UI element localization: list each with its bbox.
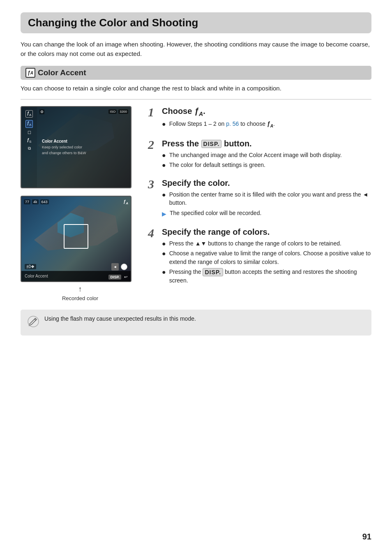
- step-1-title-suffix: .: [203, 106, 205, 116]
- bullet-arrow-3-2: ▶: [162, 210, 166, 218]
- recorded-color-label: Recorded color: [21, 295, 140, 301]
- cam2-stat-77: 77: [24, 199, 30, 204]
- step-3-number: 3: [148, 178, 158, 190]
- step-2-number: 2: [148, 139, 158, 151]
- cam2-top-bar: 77 4k 643 ƒA: [24, 199, 128, 205]
- bullet-dot-1-1: ●: [162, 120, 166, 128]
- step-4-title: Specify the range of colors.: [162, 227, 371, 237]
- cam2-disp-btn: DISP. ↩: [108, 273, 127, 280]
- step-3-bullet-2: ▶ The specified color will be recorded.: [162, 209, 371, 218]
- intro-text: You can change the look of an image when…: [21, 40, 371, 58]
- section-title: Color Accent: [38, 68, 86, 77]
- note-box: Using the flash may cause unexpected res…: [21, 310, 371, 336]
- cam-menu-desc1: Keep only selected color: [42, 145, 126, 149]
- cam2-top-right-icon: ƒA: [123, 199, 128, 205]
- step-1-link[interactable]: p. 56: [226, 120, 239, 127]
- cam-icon-copy: ⧉: [28, 146, 31, 151]
- step-1-inline-icon: ƒA: [267, 120, 273, 127]
- camera-screen-1: ƒA ƒA ☐ ƒS ⧉ Color Accent Keep only sele…: [21, 106, 131, 188]
- step-4-bullet-1-text: Press the ▲▼ buttons to change the range…: [169, 239, 341, 248]
- cam2-stat-4k: 4k: [32, 199, 39, 204]
- section-header-icon: ƒA: [25, 68, 35, 78]
- step-3-bullet-2-text: The specified color will be recorded.: [170, 209, 261, 217]
- step-4-disp-btn: DISP.: [203, 268, 223, 276]
- step-4-number: 4: [148, 227, 158, 239]
- step-1-title-icon: ƒA: [194, 106, 203, 116]
- step-2: 2 Press the DISP. button. ● The unchange…: [148, 139, 371, 171]
- cam2-offset: ±0❖: [25, 264, 36, 269]
- cam-right-menu: Color Accent Keep only selected color an…: [37, 107, 131, 187]
- recorded-color-arrow: ↑: [21, 285, 140, 293]
- step-3-content: Specify the color. ● Position the center…: [162, 178, 371, 220]
- page-title-box: Changing the Color and Shooting: [21, 12, 371, 33]
- svg-point-0: [28, 316, 39, 327]
- step-2-bullet-2-text: The color for default settings is green.: [169, 161, 265, 169]
- cam2-bottom-bar: Color Accent DISP. ↩: [21, 271, 131, 281]
- step-1-number: 1: [148, 106, 158, 118]
- cam2-stat-643: 643: [40, 199, 49, 204]
- right-column: 1 Choose ƒA. ● Follow Steps 1 – 2 on p. …: [148, 106, 371, 294]
- step-3-bullet-1: ● Position the center frame so it is fil…: [162, 190, 371, 207]
- divider: [21, 99, 371, 99]
- cam1-status-iso: ISO: [108, 109, 117, 114]
- cam2-center-frame: [64, 224, 88, 249]
- cam2-top-left: 77 4k 643: [24, 199, 49, 204]
- page-number: 91: [362, 532, 371, 541]
- step-4-bullet-1: ● Press the ▲▼ buttons to change the ran…: [162, 239, 371, 248]
- content-area: ƒA ƒA ☐ ƒS ⧉ Color Accent Keep only sele…: [21, 106, 371, 301]
- left-column: ƒA ƒA ☐ ƒS ⧉ Color Accent Keep only sele…: [21, 106, 140, 301]
- step-2-bullet-1-text: The unchanged image and the Color Accent…: [169, 151, 342, 159]
- bullet-dot-3-1: ●: [162, 191, 166, 199]
- cam-menu-desc2: and change others to B&W: [42, 151, 126, 155]
- bullet-dot-2-2: ●: [162, 161, 166, 169]
- step-1-title: Choose ƒA.: [162, 106, 371, 118]
- camera-menu-overlay: ƒA ƒA ☐ ƒS ⧉ Color Accent Keep only sele…: [21, 107, 131, 187]
- bullet-dot-4-3: ●: [162, 268, 166, 276]
- step-2-bullet-2: ● The color for default settings is gree…: [162, 161, 371, 169]
- note-pencil-icon: [27, 315, 39, 331]
- step-1-bullet-1-text: Follow Steps 1 – 2 on p. 56 to choose ƒA…: [169, 120, 275, 129]
- section-header: ƒA Color Accent: [21, 66, 371, 80]
- cam-icon-fa-selected: ƒA: [25, 120, 33, 128]
- cam2-overlay: 77 4k 643 ƒA Color Accent DISP. ↩: [21, 197, 131, 281]
- step-2-bullet-1: ● The unchanged image and the Color Acce…: [162, 151, 371, 159]
- step-3: 3 Specify the color. ● Position the cent…: [148, 178, 371, 220]
- step-3-bullet-1-text: Position the center frame so it is fille…: [169, 190, 371, 207]
- cam-icon-fs: ƒS: [27, 138, 32, 144]
- cam-menu-title: Color Accent: [42, 139, 126, 143]
- cam2-return-icon: ↩: [124, 275, 127, 279]
- cam-icon-checkbox: ☐: [28, 130, 31, 135]
- cam-icon-fa: ƒA: [25, 110, 33, 118]
- step-1-content: Choose ƒA. ● Follow Steps 1 – 2 on p. 56…: [162, 106, 371, 131]
- recorded-color-container: ↑ Recorded color: [21, 285, 140, 301]
- step-1-title-prefix: Choose: [162, 106, 194, 116]
- cam2-color-swatch: [121, 264, 127, 270]
- step-4-bullet-2: ● Choose a negative value to limit the r…: [162, 249, 371, 266]
- note-text: Using the flash may cause unexpected res…: [44, 315, 196, 323]
- step-4: 4 Specify the range of colors. ● Press t…: [148, 227, 371, 287]
- page-title: Changing the Color and Shooting: [28, 16, 364, 29]
- cam2-left-btn[interactable]: ◄: [111, 263, 119, 271]
- step-4-bullet-2-text: Choose a negative value to limit the ran…: [169, 249, 371, 266]
- section-description: You can choose to retain a single color …: [21, 84, 371, 93]
- cam-left-icons: ƒA ƒA ☐ ƒS ⧉: [21, 107, 37, 187]
- step-2-content: Press the DISP. button. ● The unchanged …: [162, 139, 371, 171]
- step-4-bullet-3: ● Pressing the DISP. button accepts the …: [162, 268, 371, 285]
- step-2-title: Press the DISP. button.: [162, 139, 371, 148]
- cam2-disp-label: DISP.: [108, 275, 121, 280]
- cam1-icon-settings: ⚙: [39, 109, 44, 114]
- bullet-dot-2-1: ●: [162, 151, 166, 159]
- cam1-status-num: 3200: [118, 109, 128, 114]
- cam2-bottom-label: Color Accent: [25, 274, 48, 278]
- bullet-dot-4-2: ●: [162, 250, 166, 257]
- step-4-content: Specify the range of colors. ● Press the…: [162, 227, 371, 287]
- step-4-bullet-3-text: Pressing the DISP. button accepts the se…: [169, 268, 371, 285]
- step-2-disp-btn: DISP.: [201, 140, 222, 148]
- step-1: 1 Choose ƒA. ● Follow Steps 1 – 2 on p. …: [148, 106, 371, 131]
- camera-screen-2: 77 4k 643 ƒA Color Accent DISP. ↩: [21, 196, 131, 282]
- step-1-bullet-1: ● Follow Steps 1 – 2 on p. 56 to choose …: [162, 120, 371, 129]
- step-3-title: Specify the color.: [162, 178, 371, 188]
- bullet-dot-4-1: ●: [162, 240, 166, 248]
